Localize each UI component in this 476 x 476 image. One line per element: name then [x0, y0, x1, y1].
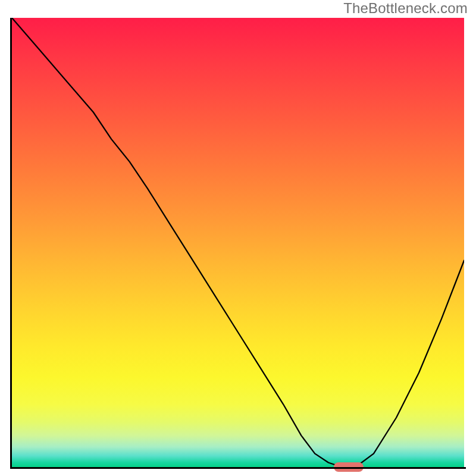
- axis-bottom: [10, 467, 466, 469]
- chart-root: TheBottleneck.com: [0, 0, 476, 476]
- bottleneck-curve: [12, 18, 464, 467]
- axis-left: [10, 18, 12, 469]
- watermark-label: TheBottleneck.com: [343, 0, 468, 17]
- curve-path: [12, 18, 464, 467]
- plot-area: [12, 18, 464, 467]
